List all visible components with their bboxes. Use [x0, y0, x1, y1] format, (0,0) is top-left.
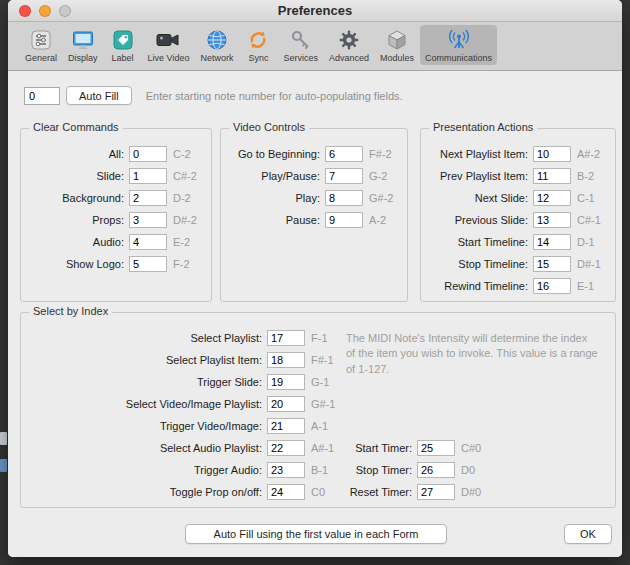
- row-label: Previous Slide:: [427, 214, 533, 226]
- toolbar-item-display[interactable]: Display: [63, 25, 103, 65]
- row-label: Stop Timeline:: [427, 258, 533, 270]
- midi-row: Stop Timer: D0: [293, 461, 493, 478]
- select-playlist-item-input[interactable]: [267, 352, 305, 368]
- row-label: Next Playlist Item:: [427, 148, 533, 160]
- midi-row: Trigger Video/Image: A-1: [27, 417, 343, 434]
- pres-next-slide-input[interactable]: [533, 190, 571, 206]
- toolbar-item-communications[interactable]: Communications: [420, 25, 497, 65]
- midi-note-label: A-2: [363, 214, 401, 226]
- clear-slide-input[interactable]: [129, 168, 167, 184]
- toolbar-item-label: Services: [283, 53, 318, 63]
- midi-row: Pause: A-2: [227, 211, 401, 228]
- pres-next-playlist-item-input[interactable]: [533, 146, 571, 162]
- clear-props-input[interactable]: [129, 212, 167, 228]
- midi-row: Background: D-2: [27, 189, 205, 206]
- midi-row: Previous Slide: C#-1: [427, 211, 609, 228]
- reset-timer-input[interactable]: [417, 484, 455, 500]
- preferences-window: Preferences General: [8, 0, 622, 557]
- gear-icon: [335, 27, 363, 52]
- video-go-to-beginning-input[interactable]: [325, 146, 363, 162]
- zoom-button: [59, 5, 71, 17]
- toolbar-item-services[interactable]: Services: [278, 25, 323, 65]
- row-label: Trigger Video/Image:: [27, 420, 267, 432]
- trigger-slide-input[interactable]: [267, 374, 305, 390]
- pres-stop-timeline-input[interactable]: [533, 256, 571, 272]
- toolbar-item-general[interactable]: General: [20, 25, 62, 65]
- select-playlist-input[interactable]: [267, 330, 305, 346]
- key-icon: [287, 27, 315, 52]
- clear-show-logo-input[interactable]: [129, 256, 167, 272]
- pres-rewind-timeline-input[interactable]: [533, 278, 571, 294]
- trigger-video-image-input[interactable]: [267, 418, 305, 434]
- midi-note-label: C#-2: [167, 170, 205, 182]
- close-button[interactable]: [19, 5, 31, 17]
- midi-row: Show Logo: F-2: [27, 255, 205, 272]
- toolbar-item-label-prefs[interactable]: Label: [104, 25, 142, 65]
- video-play-input[interactable]: [325, 190, 363, 206]
- clear-audio-input[interactable]: [129, 234, 167, 250]
- row-label: Show Logo:: [27, 258, 129, 270]
- row-label: Slide:: [27, 170, 129, 182]
- pres-previous-slide-input[interactable]: [533, 212, 571, 228]
- group-video-controls: Video Controls Go to Beginning: F#-2 Pla…: [220, 128, 408, 302]
- minimize-button[interactable]: [39, 5, 51, 17]
- start-timer-input[interactable]: [417, 440, 455, 456]
- midi-note-label: F-1: [305, 332, 343, 344]
- toolbar-item-label: Label: [112, 53, 134, 63]
- desktop-icon-fragment: [0, 459, 7, 472]
- row-label: Stop Timer:: [293, 464, 417, 476]
- toolbar-item-advanced[interactable]: Advanced: [324, 25, 374, 65]
- auto-fill-button[interactable]: Auto Fill: [66, 86, 132, 105]
- midi-row: Props: D#-2: [27, 211, 205, 228]
- midi-row: Slide: C#-2: [27, 167, 205, 184]
- row-label: Trigger Audio:: [27, 464, 267, 476]
- midi-row: Play: G#-2: [227, 189, 401, 206]
- video-play-pause-input[interactable]: [325, 168, 363, 184]
- preferences-toolbar: General Display Label: [8, 22, 622, 71]
- toolbar-item-label: Communications: [425, 53, 492, 63]
- toolbar-item-live-video[interactable]: Live Video: [143, 25, 195, 65]
- toolbar-item-sync[interactable]: Sync: [239, 25, 277, 65]
- video-pause-input[interactable]: [325, 212, 363, 228]
- midi-note-label: A#-2: [571, 148, 609, 160]
- auto-fill-row: Auto Fill Enter starting note number for…: [24, 86, 403, 105]
- row-label: Props:: [27, 214, 129, 226]
- toolbar-item-label: Network: [200, 53, 233, 63]
- midi-row: Next Slide: C-1: [427, 189, 609, 206]
- midi-row: Select Video/Image Playlist: G#-1: [27, 395, 343, 412]
- sync-arrows-icon: [244, 27, 272, 52]
- midi-note-label: G-1: [305, 376, 343, 388]
- toolbar-item-label: Sync: [248, 53, 268, 63]
- midi-note-label: C#-1: [571, 214, 609, 226]
- clear-all-input[interactable]: [129, 146, 167, 162]
- row-label: Play/Pause:: [227, 170, 325, 182]
- midi-note-label: C-2: [167, 148, 205, 160]
- ok-button[interactable]: OK: [564, 524, 612, 544]
- midi-row: Select Playlist: F-1: [27, 329, 343, 346]
- midi-note-label: F-2: [167, 258, 205, 270]
- midi-row: Stop Timeline: D#-1: [427, 255, 609, 272]
- midi-note-label: E-1: [571, 280, 609, 292]
- toolbar-item-modules[interactable]: Modules: [375, 25, 419, 65]
- toolbar-item-network[interactable]: Network: [195, 25, 238, 65]
- auto-fill-hint: Enter starting note number for auto-popu…: [146, 90, 403, 102]
- stop-timer-input[interactable]: [417, 462, 455, 478]
- toolbar-item-label: Modules: [380, 53, 414, 63]
- clear-background-input[interactable]: [129, 190, 167, 206]
- broadcast-antenna-icon: [445, 27, 473, 52]
- midi-row: Audio: E-2: [27, 233, 205, 250]
- midi-note-label: F#-2: [363, 148, 401, 160]
- row-label: Background:: [27, 192, 129, 204]
- video-camera-icon: [154, 27, 182, 52]
- timer-rows: Start Timer: C#0 Stop Timer: D0 Reset Ti…: [293, 439, 493, 505]
- starting-note-input[interactable]: [24, 87, 60, 105]
- toolbar-item-label: Live Video: [148, 53, 190, 63]
- row-label: Select Video/Image Playlist:: [27, 398, 267, 410]
- midi-row: Reset Timer: D#0: [293, 483, 493, 500]
- pres-start-timeline-input[interactable]: [533, 234, 571, 250]
- desktop-icon-fragment: [0, 432, 7, 445]
- sliders-icon: [27, 27, 55, 52]
- select-video-image-playlist-input[interactable]: [267, 396, 305, 412]
- auto-fill-all-forms-button[interactable]: Auto Fill using the first value in each …: [185, 524, 447, 544]
- pres-prev-playlist-item-input[interactable]: [533, 168, 571, 184]
